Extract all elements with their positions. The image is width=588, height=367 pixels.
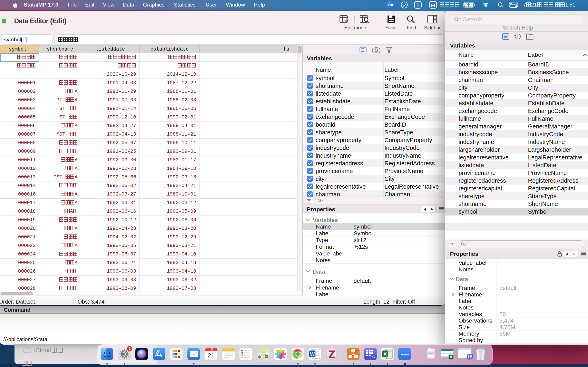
svg-text:X: X (383, 351, 387, 357)
svg-text:zoom: zoom (401, 352, 408, 356)
svg-text:X: X (450, 355, 452, 359)
svg-text:W: W (310, 351, 315, 357)
svg-text:280: 280 (265, 355, 268, 358)
svg-text:17: 17 (372, 355, 375, 359)
svg-text:7: 7 (209, 349, 211, 351)
svg-text:17: 17 (471, 358, 473, 359)
svg-text:21: 21 (208, 352, 214, 359)
